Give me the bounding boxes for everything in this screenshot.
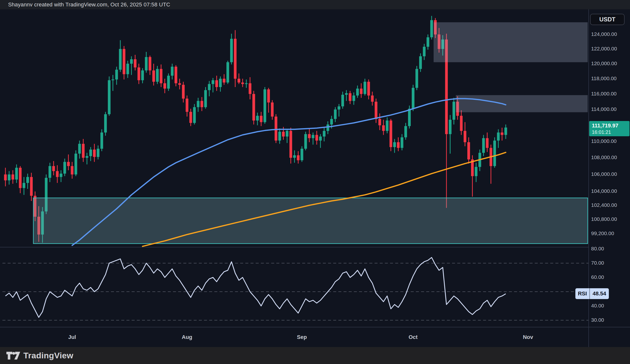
candle (312, 135, 314, 138)
candle (364, 82, 366, 94)
candle (375, 102, 378, 119)
supply-zone-mid (456, 95, 588, 112)
candle (330, 119, 333, 125)
candle (352, 95, 355, 101)
candle (4, 174, 7, 180)
candle (97, 149, 100, 157)
candle (230, 39, 233, 62)
candle (208, 84, 211, 90)
candle (134, 59, 136, 67)
candle (78, 144, 81, 154)
attribution-title: Shayannv created with TradingView.com, O… (8, 1, 170, 8)
footer-bar: TradingView (0, 347, 630, 364)
candle (156, 69, 159, 82)
candle (371, 95, 374, 102)
candle (15, 168, 18, 180)
candle (390, 120, 392, 147)
bar-countdown: 16:01:21 (592, 129, 630, 135)
candle (271, 103, 274, 117)
candle (341, 95, 344, 106)
candle (126, 64, 129, 74)
candle (86, 156, 88, 158)
candle (89, 150, 92, 156)
candle (215, 80, 218, 87)
attribution-bar: Shayannv created with TradingView.com, O… (0, 0, 630, 9)
candle (264, 89, 266, 122)
candle (393, 142, 396, 147)
candle (426, 37, 429, 47)
candle (204, 90, 207, 107)
candle (171, 67, 174, 76)
candle (241, 82, 244, 84)
candle (460, 116, 463, 131)
candle (256, 116, 259, 120)
candle (382, 125, 385, 131)
candle (115, 70, 118, 79)
candle (167, 76, 170, 88)
candle (160, 69, 162, 83)
candle (82, 144, 85, 158)
candle (430, 20, 433, 37)
candle (145, 57, 148, 70)
candle (297, 155, 300, 160)
candle (190, 112, 192, 123)
candle (323, 131, 326, 136)
candle (504, 128, 507, 135)
candle (223, 79, 226, 82)
candle (278, 132, 281, 140)
candle (108, 80, 110, 114)
candle (360, 88, 362, 94)
candle (164, 83, 166, 89)
candle (282, 132, 285, 136)
candle (493, 141, 496, 166)
candle (338, 106, 340, 109)
candle (152, 70, 155, 82)
tradingview-wordmark[interactable]: TradingView (24, 351, 73, 360)
candle (267, 89, 270, 102)
candle (100, 133, 103, 149)
tradingview-chart-screenshot: Shayannv created with TradingView.com, O… (0, 0, 630, 364)
candle (67, 162, 70, 166)
last-price-badge: 111,719.97 16:01:21 (589, 121, 630, 136)
candle (367, 82, 370, 95)
candle (482, 138, 485, 153)
tradingview-logo-icon[interactable] (6, 352, 20, 360)
candle (290, 131, 292, 158)
candle (412, 88, 414, 109)
candle (286, 131, 288, 136)
candle (401, 137, 403, 148)
candle (30, 177, 33, 196)
candle (238, 79, 240, 82)
rsi-value: 48.54 (590, 288, 609, 299)
candle (219, 79, 222, 87)
candle (71, 166, 74, 174)
currency-toggle-button[interactable]: USDT (590, 14, 624, 25)
candle (212, 80, 214, 84)
candle (316, 135, 318, 141)
candle (275, 117, 277, 141)
candle (245, 83, 248, 84)
candle (23, 183, 25, 188)
candle (138, 67, 140, 80)
candle (416, 69, 418, 88)
candle (419, 56, 422, 69)
candle (52, 166, 55, 171)
candle (308, 134, 310, 138)
supply-zone-upper (434, 22, 588, 62)
candle (252, 94, 255, 120)
candle (449, 120, 452, 134)
candlestick-chart[interactable] (0, 0, 630, 364)
candle (397, 142, 400, 148)
candle (501, 133, 504, 135)
candle (234, 39, 236, 79)
candle (56, 171, 58, 177)
candle (486, 138, 488, 148)
candle (386, 120, 388, 131)
candle (186, 99, 188, 112)
candle (60, 174, 62, 177)
candle (334, 109, 337, 119)
candle (200, 101, 203, 107)
candle (300, 149, 303, 160)
candle (174, 67, 177, 83)
candle (349, 93, 352, 101)
